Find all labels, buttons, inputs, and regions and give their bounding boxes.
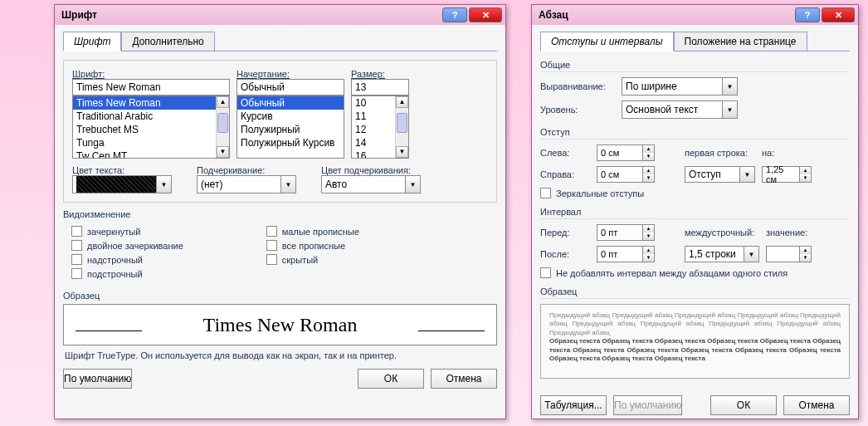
tab-font[interactable]: Шрифт [63, 32, 121, 51]
spin-up-icon[interactable]: ▲ [642, 225, 654, 233]
list-item[interactable]: Traditional Arabic [73, 110, 229, 123]
line-type-select[interactable]: 1,5 строки▼ [685, 246, 759, 262]
size-input[interactable] [351, 79, 409, 95]
indent-left[interactable]: 0 см▲▼ [597, 144, 655, 161]
size-listbox[interactable]: 10 11 12 14 16 ▲ ▼ [351, 95, 409, 159]
close-button[interactable]: ✕ [469, 7, 502, 22]
font-label: Шрифт: [72, 69, 230, 79]
list-item[interactable]: Trebuchet MS [73, 123, 229, 136]
underline-color-value: Авто [325, 179, 347, 190]
tab-pagepos[interactable]: Положение на странице [674, 32, 807, 51]
effect-dblstrike: двойное зачеркивание [87, 241, 183, 251]
effect-strike: зачеркнутый [87, 227, 140, 237]
spin-up-icon[interactable]: ▲ [799, 167, 811, 174]
help-button[interactable]: ? [795, 7, 820, 22]
spin-down-icon[interactable]: ▼ [642, 174, 654, 182]
checkbox[interactable] [540, 188, 551, 198]
indent-right[interactable]: 0 см▲▼ [597, 166, 655, 183]
list-item[interactable]: Times New Roman [73, 96, 229, 110]
close-button[interactable]: ✕ [822, 7, 855, 22]
spin-down-icon[interactable]: ▼ [799, 254, 811, 262]
checkbox[interactable] [71, 226, 82, 237]
list-item[interactable]: Tw Cen MT [73, 149, 229, 159]
firstline-by[interactable]: 1,25 см▲▼ [762, 166, 812, 183]
underline-color-select[interactable]: Авто ▼ [321, 175, 421, 193]
checkbox[interactable] [540, 267, 551, 278]
scrollbar[interactable]: ▲ ▼ [216, 96, 229, 158]
checkbox[interactable] [266, 254, 277, 265]
spin-down-icon[interactable]: ▼ [642, 254, 654, 262]
cancel-button[interactable]: Отмена [783, 395, 850, 415]
paragraph-dialog: Абзац ? ✕ Отступы и интервалы Положение … [531, 4, 859, 419]
spin-up-icon[interactable]: ▲ [799, 247, 811, 254]
style-listbox[interactable]: Обычный Курсив Полужирный Полужирный Кур… [237, 95, 344, 159]
spin-up-icon[interactable]: ▲ [642, 167, 654, 174]
line-by[interactable]: ▲▼ [766, 246, 812, 262]
underline-select[interactable]: (нет) ▼ [197, 175, 296, 193]
chevron-down-icon: ▼ [280, 176, 295, 193]
scroll-thumb[interactable] [217, 113, 228, 133]
ok-button[interactable]: ОК [358, 369, 424, 389]
effects-label: Видоизменение [63, 209, 497, 219]
checkbox[interactable] [71, 240, 82, 251]
level-select[interactable]: Основной текст▼ [622, 100, 738, 119]
firstline-label: первая строка: [685, 148, 755, 158]
font-input[interactable] [72, 79, 230, 95]
font-listbox[interactable]: Times New Roman Traditional Arabic Trebu… [72, 95, 230, 159]
align-label: Выравнивание: [540, 81, 615, 91]
spin-down-icon[interactable]: ▼ [642, 153, 654, 160]
after-label: После: [540, 249, 590, 259]
list-item[interactable]: Полужирный Курсив [237, 136, 344, 149]
text-color-select[interactable]: ▼ [72, 175, 172, 193]
underline-label: Подчеркивание: [197, 165, 296, 175]
para-preview: Предыдущий абзац Предыдущий абзац Предыд… [540, 304, 850, 379]
list-item[interactable]: Курсив [237, 110, 344, 123]
left-label: Слева: [540, 148, 590, 158]
space-after[interactable]: 0 пт▲▼ [597, 246, 655, 262]
checkbox[interactable] [266, 240, 277, 251]
style-input[interactable] [237, 79, 344, 95]
chevron-down-icon: ▼ [722, 78, 737, 95]
font-note: Шрифт TrueType. Он используется для выво… [65, 350, 497, 360]
default-button[interactable]: По умолчанию [613, 395, 682, 415]
checkbox[interactable] [266, 226, 277, 237]
list-item[interactable]: Полужирный [237, 123, 344, 136]
checkbox[interactable] [71, 268, 82, 279]
font-tabs: Шрифт Дополнительно [63, 32, 497, 51]
chevron-down-icon: ▼ [744, 247, 758, 262]
tab-advanced[interactable]: Дополнительно [121, 32, 214, 51]
scrollbar[interactable]: ▲ ▼ [395, 96, 408, 158]
spacing-label: Интервал [540, 207, 850, 219]
scroll-down-icon[interactable]: ▼ [396, 146, 408, 158]
scroll-up-icon[interactable]: ▲ [396, 96, 408, 108]
spin-down-icon[interactable]: ▼ [799, 174, 811, 182]
style-label: Начертание: [237, 69, 344, 79]
chevron-down-icon: ▼ [739, 167, 754, 182]
tabs-button[interactable]: Табуляция... [540, 395, 607, 415]
firstline-type-select[interactable]: Отступ▼ [685, 166, 755, 183]
ok-button[interactable]: ОК [710, 395, 777, 415]
level-label: Уровень: [540, 105, 615, 115]
space-before[interactable]: 0 пт▲▼ [597, 224, 655, 241]
help-button[interactable]: ? [442, 7, 467, 22]
scroll-thumb[interactable] [397, 113, 407, 133]
cancel-button[interactable]: Отмена [431, 369, 497, 389]
para-sample-label: Образец [540, 286, 850, 299]
spin-up-icon[interactable]: ▲ [642, 145, 654, 153]
tab-indents[interactable]: Отступы и интервалы [540, 32, 674, 51]
scroll-down-icon[interactable]: ▼ [217, 146, 229, 158]
size-label: Размер: [351, 69, 409, 79]
align-select[interactable]: По ширине▼ [622, 77, 738, 95]
line-type: 1,5 строки [689, 248, 736, 260]
checkbox[interactable] [71, 254, 82, 265]
list-item[interactable]: Tunga [73, 136, 229, 149]
spin-down-icon[interactable]: ▼ [642, 233, 654, 240]
effect-sub: подстрочный [87, 269, 143, 279]
spin-up-icon[interactable]: ▲ [642, 247, 654, 254]
list-item[interactable]: Обычный [237, 96, 344, 110]
default-button[interactable]: По умолчанию [63, 369, 132, 389]
noadd-label: Не добавлять интервал между абзацами одн… [556, 268, 788, 278]
chevron-down-icon: ▼ [156, 176, 171, 193]
text-color-label: Цвет текста: [72, 165, 172, 175]
scroll-up-icon[interactable]: ▲ [217, 96, 229, 108]
